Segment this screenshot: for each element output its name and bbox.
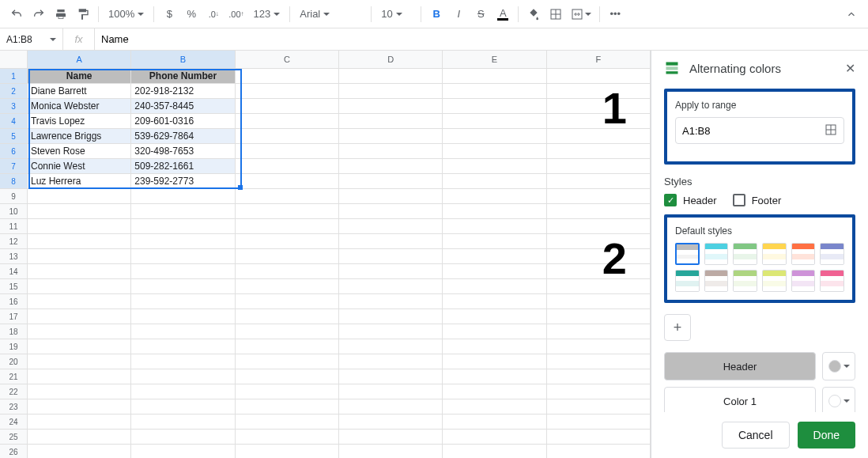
- cell[interactable]: Travis Lopez: [28, 114, 131, 129]
- cell[interactable]: [28, 324, 131, 339]
- cell[interactable]: [339, 249, 443, 264]
- cell[interactable]: Lawrence Briggs: [28, 129, 131, 144]
- cell[interactable]: [131, 445, 235, 458]
- cell[interactable]: Monica Webster: [28, 99, 131, 114]
- cell[interactable]: Luz Herrera: [28, 174, 131, 189]
- cell[interactable]: [443, 189, 546, 204]
- cell[interactable]: [28, 309, 131, 324]
- cell[interactable]: 209-601-0316: [131, 114, 235, 129]
- style-swatch[interactable]: [762, 270, 787, 292]
- format-dropdown[interactable]: 123: [249, 4, 285, 25]
- cell[interactable]: [547, 384, 651, 399]
- cell[interactable]: [28, 189, 131, 204]
- cell[interactable]: [443, 384, 546, 399]
- cell[interactable]: [28, 430, 131, 445]
- zoom-dropdown[interactable]: 100%: [104, 4, 149, 25]
- cell[interactable]: [131, 204, 235, 219]
- cell[interactable]: Diane Barrett: [28, 84, 131, 99]
- formula-input[interactable]: [95, 28, 868, 50]
- cell[interactable]: [443, 219, 546, 234]
- row-header[interactable]: 23: [0, 399, 28, 414]
- cell[interactable]: [547, 129, 651, 144]
- row-header[interactable]: 24: [0, 414, 28, 430]
- row-header[interactable]: 19: [0, 339, 28, 354]
- cell[interactable]: [547, 114, 651, 129]
- range-input[interactable]: [682, 125, 825, 137]
- cell[interactable]: [236, 384, 339, 399]
- redo-button[interactable]: [28, 4, 49, 25]
- cell[interactable]: [28, 399, 131, 414]
- cell[interactable]: [131, 249, 235, 264]
- cell[interactable]: [28, 414, 131, 430]
- style-swatch[interactable]: [675, 270, 700, 292]
- strike-button[interactable]: S: [470, 4, 491, 25]
- borders-button[interactable]: [545, 4, 566, 25]
- col-header-A[interactable]: A: [28, 51, 131, 69]
- cell[interactable]: Connie West: [28, 159, 131, 174]
- cell[interactable]: [443, 159, 546, 174]
- row-header[interactable]: 20: [0, 354, 28, 369]
- style-swatch[interactable]: [733, 243, 757, 265]
- currency-button[interactable]: $: [159, 4, 179, 25]
- cell[interactable]: [443, 445, 546, 458]
- row-header[interactable]: 18: [0, 324, 28, 339]
- cancel-button[interactable]: Cancel: [722, 422, 790, 449]
- row-header[interactable]: 21: [0, 369, 28, 384]
- row-header[interactable]: 6: [0, 144, 28, 159]
- cell[interactable]: [236, 309, 339, 324]
- cell[interactable]: [28, 445, 131, 458]
- cell[interactable]: [236, 354, 339, 369]
- cell[interactable]: [236, 189, 339, 204]
- cell[interactable]: [443, 234, 546, 249]
- cell[interactable]: [131, 189, 235, 204]
- cell[interactable]: [28, 279, 131, 294]
- cell[interactable]: 539-629-7864: [131, 129, 235, 144]
- cell[interactable]: [131, 234, 235, 249]
- row-header[interactable]: 26: [0, 445, 28, 458]
- col-header-E[interactable]: E: [443, 51, 546, 69]
- cell[interactable]: [28, 264, 131, 279]
- close-panel-button[interactable]: ✕: [845, 61, 855, 76]
- cell[interactable]: [236, 249, 339, 264]
- font-dropdown[interactable]: Arial: [295, 4, 366, 25]
- cell[interactable]: [547, 445, 651, 458]
- cell[interactable]: [236, 339, 339, 354]
- col-header-B[interactable]: B: [131, 51, 235, 69]
- cell[interactable]: [28, 294, 131, 309]
- cell[interactable]: [443, 99, 546, 114]
- header-checkbox[interactable]: ✓ Header: [664, 194, 717, 206]
- cell[interactable]: [339, 264, 443, 279]
- cell[interactable]: [28, 339, 131, 354]
- row-header[interactable]: 16: [0, 294, 28, 309]
- cell[interactable]: [339, 129, 443, 144]
- cell[interactable]: [547, 219, 651, 234]
- cell[interactable]: Name: [28, 69, 131, 84]
- cell[interactable]: [236, 445, 339, 458]
- cell[interactable]: [339, 219, 443, 234]
- cell[interactable]: [131, 384, 235, 399]
- cell[interactable]: [443, 430, 546, 445]
- cell[interactable]: [547, 84, 651, 99]
- cell[interactable]: [236, 84, 339, 99]
- cell[interactable]: [443, 114, 546, 129]
- cell[interactable]: [547, 159, 651, 174]
- text-color-button[interactable]: A: [492, 4, 513, 25]
- cell[interactable]: [339, 69, 443, 84]
- cell[interactable]: 202-918-2132: [131, 84, 235, 99]
- cell[interactable]: [547, 279, 651, 294]
- cell[interactable]: [131, 309, 235, 324]
- cell[interactable]: [339, 99, 443, 114]
- font-size-dropdown[interactable]: 10: [376, 4, 416, 25]
- cell[interactable]: [443, 369, 546, 384]
- bold-button[interactable]: B: [426, 4, 447, 25]
- row-header[interactable]: 22: [0, 384, 28, 399]
- cell[interactable]: [236, 129, 339, 144]
- cell[interactable]: [339, 309, 443, 324]
- cell[interactable]: [339, 430, 443, 445]
- cell[interactable]: [547, 99, 651, 114]
- col-header-F[interactable]: F: [547, 51, 651, 69]
- cell[interactable]: [443, 174, 546, 189]
- cell[interactable]: [131, 294, 235, 309]
- style-swatch[interactable]: [733, 270, 757, 292]
- cell[interactable]: 320-498-7653: [131, 144, 235, 159]
